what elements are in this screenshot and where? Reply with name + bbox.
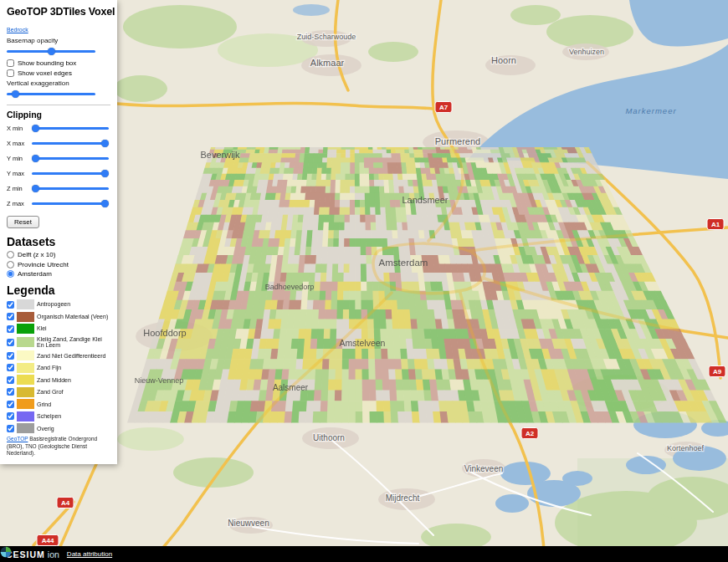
legend-swatch — [17, 337, 34, 347]
legend-label: Zand Midden — [37, 377, 71, 384]
clip-slider-row: Y max — [7, 166, 110, 180]
legend-swatch — [17, 423, 34, 433]
basemap-opacity-slider[interactable] — [7, 46, 95, 56]
legend-swatch — [17, 324, 34, 334]
legend-checkbox[interactable] — [7, 425, 14, 432]
legend-swatch — [17, 387, 34, 397]
clip-slider-row: Y min — [7, 151, 110, 165]
legend-checkbox[interactable] — [7, 401, 14, 408]
legend-checkbox[interactable] — [7, 364, 14, 371]
show-voxel-edges-option[interactable]: Show voxel edges — [7, 69, 110, 77]
clip-slider-row: X max — [7, 136, 110, 150]
legend-item[interactable]: Organisch Materiaal (Veen) — [7, 312, 110, 322]
legend-swatch — [17, 363, 34, 373]
legend-checkbox[interactable] — [7, 388, 14, 396]
legend-label: Zand Fijn — [37, 365, 61, 371]
bedrock-link[interactable]: Bedrock — [7, 27, 28, 33]
legend-swatch — [17, 375, 34, 385]
clip-slider-row: X min — [7, 121, 110, 135]
reset-button[interactable]: Reset — [7, 216, 39, 228]
panel-title: GeoTOP 3DTiles Voxel — [7, 6, 110, 18]
dataset-option[interactable]: Amsterdam — [7, 270, 110, 278]
clipping-heading: Clipping — [7, 110, 110, 120]
clip-slider-z-min[interactable] — [32, 183, 109, 193]
clip-slider-z-max[interactable] — [32, 198, 109, 208]
legend-checkbox[interactable] — [7, 313, 14, 320]
legend-swatch — [17, 299, 34, 309]
app-window: Zuid-ScharwoudeAlkmaarHoornVenhuizenMark… — [0, 0, 728, 562]
legend-swatch — [17, 350, 34, 360]
clip-slider-label: Y min — [7, 155, 27, 162]
legend-swatch — [17, 312, 34, 322]
show-voxel-edges-checkbox[interactable] — [7, 69, 14, 77]
dataset-option[interactable]: Provincie Utrecht — [7, 261, 110, 268]
dataset-label: Delft (z x 10) — [18, 251, 55, 258]
legend-item[interactable]: Grind — [7, 399, 110, 409]
legend-checkbox[interactable] — [7, 352, 14, 360]
legend-swatch — [17, 399, 34, 409]
cesium-logo-icon — [0, 546, 12, 558]
legend-heading: Legenda — [7, 284, 110, 297]
legend-checkbox[interactable] — [7, 412, 14, 420]
clip-slider-y-max[interactable] — [32, 168, 109, 178]
legend-items: AntropogeenOrganisch Materiaal (Veen)Kle… — [7, 299, 110, 433]
datasets-heading: Datasets — [7, 235, 110, 248]
data-attribution-link[interactable]: Data attribution — [67, 550, 112, 558]
legend-label: Schelpen — [37, 413, 61, 420]
dataset-radio[interactable] — [7, 251, 14, 258]
clip-slider-y-min[interactable] — [32, 153, 109, 163]
legend-label: Klei — [37, 325, 47, 332]
legend-item[interactable]: Schelpen — [7, 411, 110, 422]
control-panel: GeoTOP 3DTiles Voxel Bedrock Basemap opa… — [0, 0, 117, 464]
legend-item[interactable]: Overig — [7, 423, 110, 433]
show-bounding-box-checkbox[interactable] — [7, 59, 14, 67]
legend-item[interactable]: Zand Grof — [7, 387, 110, 397]
clip-slider-label: X max — [7, 140, 27, 147]
dataset-option[interactable]: Delft (z x 10) — [7, 251, 110, 258]
legend-item[interactable]: Klei — [7, 324, 110, 334]
clip-slider-x-max[interactable] — [32, 138, 109, 148]
clip-slider-label: Z min — [7, 185, 27, 192]
legend-label: Organisch Materiaal (Veen) — [37, 314, 108, 320]
cesium-brand: CESIUM — [6, 549, 45, 559]
show-voxel-edges-label: Show voxel edges — [18, 69, 72, 77]
show-bounding-box-option[interactable]: Show bounding box — [7, 59, 110, 67]
legend-swatch — [17, 411, 34, 422]
footer-bar: CESIUM ion Data attribution — [0, 546, 728, 562]
legend-label: Zand Grof — [37, 389, 64, 396]
cesium-brand-suffix: ion — [48, 549, 59, 559]
legend-item[interactable]: Zand Niet Gedifferentieerd — [7, 350, 110, 360]
legend-label: Zand Niet Gedifferentieerd — [37, 353, 105, 360]
clip-slider-x-min[interactable] — [32, 123, 109, 133]
dataset-radio[interactable] — [7, 261, 14, 268]
clip-slider-row: Z min — [7, 181, 110, 195]
geotop-link[interactable]: GeoTOP — [7, 436, 28, 442]
legend-label: Kleiig Zand, Zandige Klei En Leem — [37, 336, 110, 349]
legend-checkbox[interactable] — [7, 301, 14, 309]
clip-slider-label: Y max — [7, 170, 27, 177]
show-bounding-box-label: Show bounding box — [18, 59, 76, 67]
legend-label: Grind — [37, 401, 51, 408]
legend-checkbox[interactable] — [7, 376, 14, 384]
legend-checkbox[interactable] — [7, 325, 14, 333]
clip-slider-label: X min — [7, 125, 27, 132]
legend-item[interactable]: Kleiig Zand, Zandige Klei En Leem — [7, 336, 110, 349]
legend-label: Overig — [37, 426, 54, 432]
dataset-label: Provincie Utrecht — [18, 261, 69, 268]
dataset-radio[interactable] — [7, 270, 14, 278]
vertical-exaggeration-slider[interactable] — [7, 89, 95, 99]
basemap-opacity-label: Basemap opacity — [7, 37, 110, 44]
legend-checkbox[interactable] — [7, 339, 14, 346]
clip-slider-label: Z max — [7, 200, 27, 207]
legend-attribution: GeoTOP Basisregistratie Ondergrond (BRO)… — [7, 436, 110, 457]
legend-item[interactable]: Antropogeen — [7, 299, 110, 309]
legend-item[interactable]: Zand Fijn — [7, 363, 110, 373]
legend-label: Antropogeen — [37, 301, 70, 308]
dataset-label: Amsterdam — [18, 270, 52, 278]
legend-item[interactable]: Zand Midden — [7, 375, 110, 385]
clip-slider-row: Z max — [7, 197, 110, 210]
divider — [7, 105, 110, 105]
clipping-sliders: X minX maxY minY maxZ minZ max — [7, 121, 110, 210]
vertical-exaggeration-label: Vertical exaggeration — [7, 79, 110, 87]
datasets-options: Delft (z x 10)Provincie UtrechtAmsterdam — [7, 251, 110, 278]
